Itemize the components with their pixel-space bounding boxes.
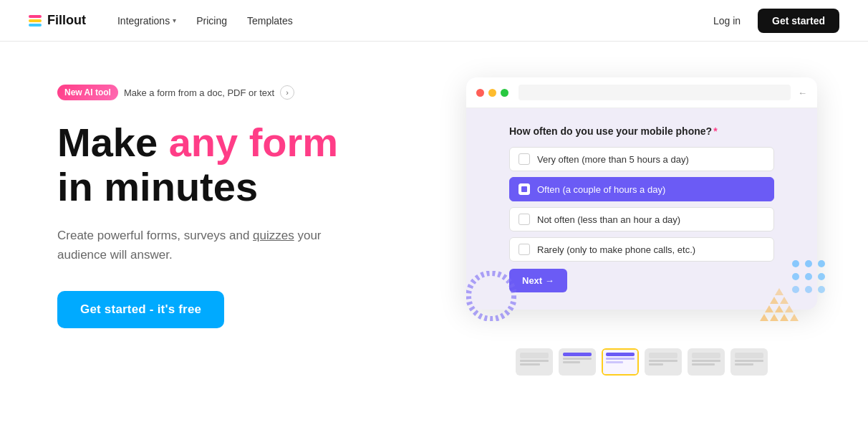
hero-title-part2: in minutes: [57, 164, 258, 209]
decorative-circle-bottomleft: [466, 271, 516, 321]
thumbnail-5[interactable]: [730, 348, 768, 376]
svg-marker-29: [770, 314, 778, 321]
nav-actions: Log in Get started: [705, 9, 839, 33]
form-option-3[interactable]: Rarely (only to make phone calls, etc.): [509, 237, 774, 262]
thumbnail-1[interactable]: [559, 348, 596, 376]
cta-button[interactable]: Get started - it's free: [57, 291, 224, 328]
ai-badge: New AI tool Make a form from a doc, PDF …: [57, 85, 294, 100]
nav-back-icon[interactable]: ←: [798, 87, 807, 98]
svg-marker-28: [760, 314, 768, 321]
badge-description: Make a form from a doc, PDF or text: [124, 87, 274, 98]
svg-point-27: [818, 286, 825, 293]
thumbnail-strip: [516, 348, 768, 376]
nav-link-templates[interactable]: Templates: [238, 11, 302, 31]
svg-marker-30: [780, 314, 789, 321]
logo-text: Fillout: [47, 13, 86, 28]
svg-marker-35: [785, 305, 794, 312]
browser-bar: ←: [466, 77, 817, 108]
thumbnail-2-active[interactable]: [602, 348, 639, 376]
required-marker: *: [713, 125, 717, 137]
get-started-nav-button[interactable]: Get started: [758, 9, 839, 33]
logo-icon: [29, 15, 42, 27]
form-browser-window: ← How often do you use your mobile phone…: [466, 77, 817, 310]
form-content: How often do you use your mobile phone?*…: [466, 108, 817, 310]
thumbnail-3[interactable]: [645, 348, 682, 376]
svg-point-24: [818, 273, 825, 280]
browser-url-bar: [519, 85, 791, 100]
quizzes-link[interactable]: quizzes: [253, 229, 294, 242]
form-next-button[interactable]: Next →: [509, 269, 567, 292]
form-option-0[interactable]: Very often (more than 5 hours a day): [509, 147, 774, 171]
nav-link-pricing[interactable]: Pricing: [188, 11, 236, 31]
svg-marker-34: [790, 314, 799, 321]
badge-label: New AI tool: [57, 85, 118, 100]
svg-point-19: [792, 260, 799, 267]
svg-marker-37: [775, 288, 783, 295]
badge-arrow-icon[interactable]: ›: [280, 85, 294, 100]
browser-dot-red: [476, 89, 484, 97]
hero-title-part1: Make: [57, 120, 169, 165]
option-checkbox-2: [519, 214, 530, 225]
hero-section: New AI tool Make a form from a doc, PDF …: [57, 77, 444, 408]
form-question: How often do you use your mobile phone?*: [509, 125, 774, 137]
svg-point-20: [805, 260, 812, 267]
svg-marker-31: [765, 305, 773, 312]
nav-links: Integrations ▾ Pricing Templates: [109, 11, 705, 31]
browser-dot-yellow: [488, 89, 496, 97]
hero-title: Make any form in minutes: [57, 120, 444, 209]
nav-link-integrations[interactable]: Integrations ▾: [109, 11, 185, 31]
form-preview-section: ← How often do you use your mobile phone…: [444, 77, 839, 408]
form-option-1[interactable]: Often (a couple of hours a day): [509, 177, 774, 201]
browser-dot-green: [501, 89, 508, 97]
thumbnail-4[interactable]: [688, 348, 725, 376]
login-button[interactable]: Log in: [705, 11, 749, 31]
thumbnail-0[interactable]: [516, 348, 553, 376]
svg-point-23: [805, 273, 812, 280]
hero-title-highlight: any form: [169, 120, 339, 165]
browser-nav: ←: [798, 87, 807, 98]
svg-marker-32: [775, 305, 783, 312]
option-checkbox-0: [519, 153, 530, 165]
chevron-down-icon: ▾: [173, 16, 176, 24]
svg-point-21: [818, 260, 825, 267]
form-preview-wrapper: ← How often do you use your mobile phone…: [466, 77, 817, 335]
logo[interactable]: Fillout: [29, 13, 86, 28]
decorative-triangle-bottomright: [760, 285, 803, 328]
form-option-2[interactable]: Not often (less than an hour a day): [509, 207, 774, 231]
svg-marker-33: [770, 297, 778, 304]
option-checkbox-3: [519, 244, 530, 255]
main-content: New AI tool Make a form from a doc, PDF …: [0, 42, 868, 430]
svg-marker-36: [780, 297, 789, 304]
svg-point-18: [468, 273, 514, 319]
option-checkbox-1: [519, 183, 530, 195]
navbar: Fillout Integrations ▾ Pricing Templates…: [0, 0, 868, 42]
hero-subtitle: Create powerful forms, surveys and quizz…: [57, 226, 344, 264]
svg-point-22: [792, 273, 799, 280]
subtitle-text: Create powerful forms, surveys and: [57, 229, 253, 242]
